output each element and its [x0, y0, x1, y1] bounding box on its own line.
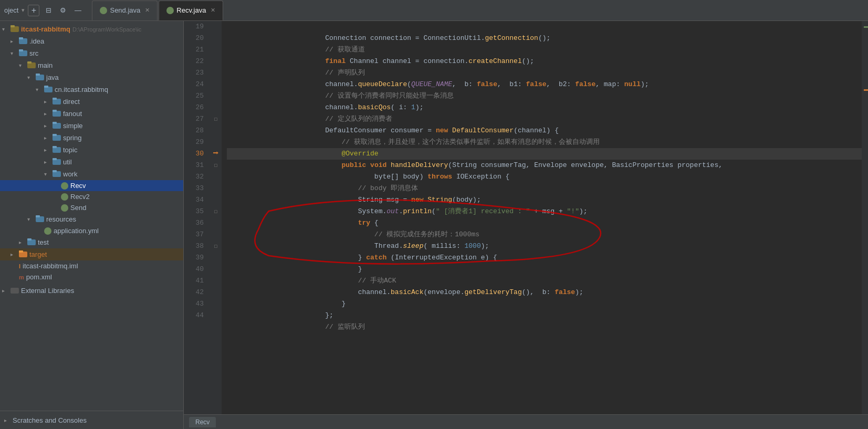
sidebar-item-util[interactable]: ▸ util [0, 156, 183, 168]
resources-arrow: ▾ [27, 216, 36, 222]
sidebar-item-resources[interactable]: ▾ resources [0, 213, 183, 225]
sidebar-item-main[interactable]: ▾ main [0, 59, 183, 71]
iml-file-icon: I [19, 263, 20, 269]
fold-35[interactable]: ◻ [211, 206, 221, 217]
line-num-30: 30 [184, 148, 207, 160]
recv-tab-close[interactable]: ✕ [211, 7, 215, 14]
sidebar-item-ext-libs[interactable]: ▸ External Libraries [0, 285, 183, 297]
code-line-19: Connection connection = ConnectionUtil.g… [227, 21, 862, 33]
line-num-19: 19 [184, 21, 207, 33]
fold-31[interactable]: ◻ [211, 160, 221, 171]
idea-label: .idea [29, 37, 44, 45]
tab-send[interactable]: Send.java ✕ [92, 1, 158, 20]
test-arrow: ▸ [19, 239, 27, 245]
svg-rect-5 [19, 49, 23, 51]
java-arrow: ▾ [27, 75, 36, 80]
line-num-23: 23 [184, 67, 207, 79]
app-file-icon [44, 227, 51, 235]
sidebar-item-fanout[interactable]: ▸ fanout [0, 108, 183, 120]
send-file-label: Send [70, 204, 86, 212]
minimize-btn[interactable]: — [72, 5, 83, 16]
recv-file-icon [61, 182, 68, 190]
svg-rect-32 [11, 288, 19, 294]
sidebar-item-iml[interactable]: I itcast-rabbitmq.iml [0, 260, 183, 271]
line-num-24: 24 [184, 79, 207, 90]
svg-rect-25 [53, 170, 57, 172]
fold-27[interactable]: ◻ [211, 113, 221, 125]
line-num-26: 26 [184, 102, 207, 113]
resources-folder-icon [36, 215, 44, 224]
project-label: oject [4, 6, 18, 14]
dropdown-icon[interactable]: ▾ [22, 7, 25, 14]
settings-btn[interactable]: ⚙ [57, 5, 69, 16]
work-arrow: ▾ [44, 171, 53, 177]
idea-arrow: ▸ [11, 38, 19, 44]
editor-area: 19 20 21 22 23 24 25 26 27 28 29 30 31 3… [184, 21, 868, 429]
editor-file-tab[interactable]: Recv [189, 417, 216, 427]
sidebar-item-cn-itcast[interactable]: ▾ cn.itcast.rabbitmq [0, 83, 183, 96]
app-container: oject ▾ + ⊟ ⚙ — Send.java ✕ Recv.java ✕ [0, 0, 868, 429]
spring-label: spring [63, 134, 81, 142]
src-label: src [29, 49, 38, 57]
sidebar-item-test[interactable]: ▸ test [0, 236, 183, 248]
project-arrow: ▾ [2, 26, 11, 32]
sidebar-item-work[interactable]: ▾ work [0, 168, 183, 180]
project-root-label: itcast-rabbitmq [21, 25, 70, 33]
main-layout: ▾ itcast-rabbitmq D:\AProgramWorkSpace\i… [0, 21, 868, 429]
sidebar-item-idea[interactable]: ▸ .idea [0, 35, 183, 47]
right-scrollbar[interactable] [862, 21, 868, 414]
cn-arrow: ▾ [36, 87, 44, 92]
main-label: main [38, 61, 53, 69]
ext-arrow: ▸ [2, 288, 11, 294]
line-num-43: 43 [184, 298, 207, 310]
pom-label: pom.xml [26, 273, 52, 281]
topic-label: topic [63, 146, 77, 154]
sidebar-item-topic[interactable]: ▸ topic [0, 144, 183, 156]
sidebar-item-java[interactable]: ▾ java [0, 71, 183, 83]
src-arrow: ▾ [11, 50, 19, 56]
add-tab-btn[interactable]: + [28, 5, 39, 16]
sidebar-item-send[interactable]: Send [0, 202, 183, 213]
sidebar-item-direct[interactable]: ▸ direct [0, 96, 183, 108]
simple-arrow: ▸ [44, 123, 53, 129]
sidebar-content: ▾ itcast-rabbitmq D:\AProgramWorkSpace\i… [0, 21, 183, 411]
target-folder-icon [19, 250, 27, 259]
sidebar-item-simple[interactable]: ▸ simple [0, 120, 183, 132]
direct-arrow: ▸ [44, 99, 53, 104]
line-num-31: 31 [184, 160, 207, 171]
sidebar: ▾ itcast-rabbitmq D:\AProgramWorkSpace\i… [0, 21, 184, 429]
project-root-item[interactable]: ▾ itcast-rabbitmq D:\AProgramWorkSpace\i… [0, 23, 183, 35]
target-label: target [29, 250, 47, 258]
recv2-file-label: Recv2 [70, 193, 90, 201]
scratches-bar[interactable]: ▸ Scratches and Consoles [0, 411, 183, 429]
send-tab-close[interactable]: ✕ [145, 7, 150, 14]
line-numbers: 19 20 21 22 23 24 25 26 27 28 29 30 31 3… [184, 21, 210, 414]
send-tab-icon [100, 7, 107, 14]
line-num-38: 38 [184, 240, 207, 252]
line-num-20: 20 [184, 33, 207, 44]
sidebar-item-recv2[interactable]: Recv2 [0, 191, 183, 202]
line-num-37: 37 [184, 229, 207, 240]
split-btn[interactable]: ⊟ [43, 5, 54, 16]
svg-rect-19 [53, 134, 57, 136]
tab-recv[interactable]: Recv.java ✕ [159, 1, 223, 20]
line-num-33: 33 [184, 183, 207, 194]
code-content[interactable]: Connection connection = ConnectionUtil.g… [222, 21, 862, 414]
line-num-42: 42 [184, 287, 207, 298]
direct-label: direct [63, 98, 80, 106]
svg-rect-1 [11, 25, 15, 27]
topic-folder-icon [53, 145, 61, 154]
simple-folder-icon [53, 121, 61, 130]
sidebar-item-target[interactable]: ▸ target [0, 248, 183, 260]
bookmark-30: ⮕ [211, 148, 221, 160]
sidebar-item-pom[interactable]: m pom.xml [0, 271, 183, 282]
code-view[interactable]: 19 20 21 22 23 24 25 26 27 28 29 30 31 3… [184, 21, 868, 414]
svg-rect-11 [44, 86, 48, 88]
sidebar-item-recv[interactable]: Recv [0, 180, 183, 191]
svg-rect-29 [27, 238, 32, 240]
fold-38[interactable]: ◻ [211, 240, 221, 252]
line-num-44: 44 [184, 310, 207, 321]
sidebar-item-spring[interactable]: ▸ spring [0, 132, 183, 144]
sidebar-item-application[interactable]: application.yml [0, 225, 183, 236]
sidebar-item-src[interactable]: ▾ src [0, 47, 183, 59]
